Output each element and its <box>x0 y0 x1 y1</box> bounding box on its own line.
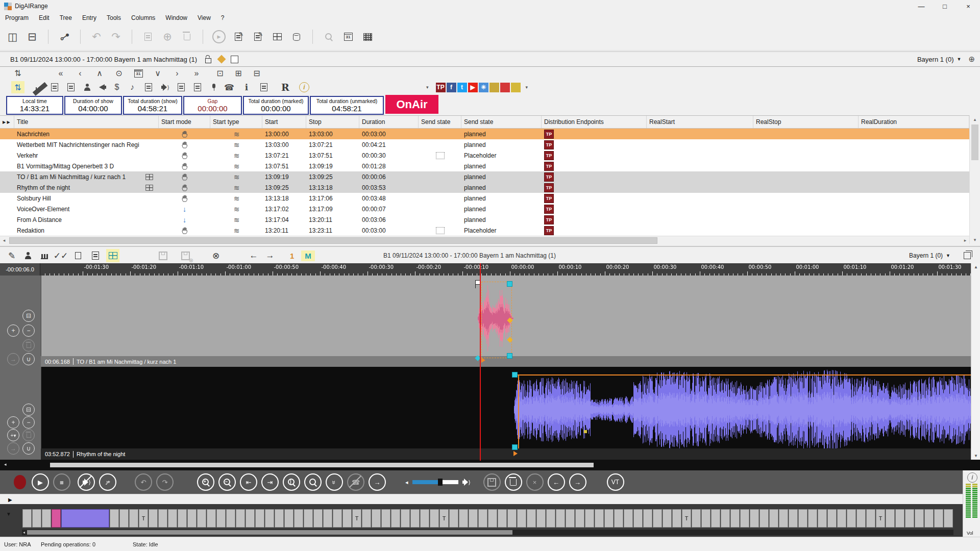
hour-block[interactable] <box>488 509 497 528</box>
hour-block[interactable] <box>944 509 953 528</box>
hour-block[interactable] <box>546 509 555 528</box>
col-header-send-state[interactable]: Send state <box>419 116 461 128</box>
hour-block[interactable] <box>856 509 866 528</box>
hour-block-active[interactable] <box>52 509 61 528</box>
col-header-realstop[interactable]: RealStop <box>753 116 859 128</box>
track2-display-icon[interactable]: ⊟ <box>22 404 35 416</box>
playlist-row[interactable]: B1 Vormittag/Mittag Openerbett 3 D≋13:07… <box>0 161 969 171</box>
add-circle-icon[interactable]: ⊕ <box>968 55 975 64</box>
hour-block[interactable] <box>449 509 458 528</box>
paste-icon[interactable] <box>89 249 102 262</box>
hour-block[interactable] <box>478 509 487 528</box>
hour-block[interactable] <box>672 509 681 528</box>
go-end-icon[interactable]: ⇥ <box>261 473 279 491</box>
hour-block[interactable] <box>197 509 206 528</box>
hour-block[interactable] <box>915 509 924 528</box>
playlist-row[interactable]: VoiceOver-Element↓≋13:17:0213:17:0900:00… <box>0 204 969 214</box>
facebook-badge[interactable]: f <box>447 83 456 92</box>
hour-block[interactable] <box>798 509 807 528</box>
scroll-down-icon[interactable]: ▾ <box>971 236 979 244</box>
expander-icon[interactable]: ▶ <box>8 497 12 503</box>
hour-block[interactable] <box>692 509 701 528</box>
edit-pencil-icon[interactable]: ✎ <box>5 249 18 262</box>
phone-icon[interactable]: ☎ <box>223 81 236 93</box>
track2-zoom-in-icon[interactable]: + <box>7 416 19 429</box>
volume-thumb[interactable] <box>438 479 443 486</box>
menu-window[interactable]: Window <box>160 13 192 23</box>
microphone-icon[interactable] <box>207 81 220 93</box>
calendar-day-icon[interactable]: 31 <box>132 67 145 80</box>
recorder-icon[interactable] <box>175 81 188 93</box>
scroll-left-icon[interactable]: ◂ <box>0 236 8 244</box>
hour-block-top[interactable]: T <box>352 509 361 528</box>
artist-icon[interactable] <box>21 249 35 262</box>
skip-first-icon[interactable]: « <box>54 67 67 80</box>
skip-last-icon[interactable]: » <box>190 67 203 80</box>
track1-zoom-out-icon[interactable]: − <box>22 324 35 337</box>
hour-block[interactable] <box>342 509 352 528</box>
chevron-double-down-icon[interactable]: » <box>326 473 343 491</box>
channel-dropdown-icon[interactable]: ▼ <box>957 57 962 62</box>
zoom-selection-icon[interactable]: | <box>283 473 300 491</box>
filter-off-icon[interactable] <box>30 81 43 93</box>
speaker-loud-icon[interactable]: ⟩ <box>462 479 470 486</box>
hour-block[interactable] <box>740 509 749 528</box>
meter-info-icon[interactable]: i <box>967 472 977 483</box>
hour-block[interactable] <box>216 509 226 528</box>
hour-block[interactable] <box>769 509 778 528</box>
hour-block[interactable] <box>381 509 390 528</box>
hour-block[interactable] <box>595 509 604 528</box>
split-vertical-icon[interactable]: ◫ <box>5 29 20 44</box>
globe-icon[interactable]: ⊕ <box>160 29 175 44</box>
hour-block[interactable] <box>498 509 507 528</box>
col-header-start-mode[interactable]: Start mode <box>159 116 210 128</box>
hour-block[interactable] <box>750 509 759 528</box>
hour-block[interactable] <box>401 509 410 528</box>
search-icon[interactable] <box>321 29 336 44</box>
hour-block[interactable] <box>275 509 284 528</box>
delete-remote-icon[interactable] <box>505 473 522 491</box>
col-header--[interactable]: ▶ ▶ <box>0 116 14 128</box>
menu-columns[interactable]: Columns <box>126 13 160 23</box>
add-note-icon[interactable]: ♪+ <box>99 473 116 491</box>
hour-block[interactable] <box>711 509 720 528</box>
track1-loop-icon[interactable]: ∪ <box>22 353 35 365</box>
hour-block[interactable] <box>149 509 158 528</box>
track1-display-icon[interactable]: ⊟ <box>22 310 35 322</box>
redo-icon[interactable]: ↷ <box>156 473 174 491</box>
playlist-row[interactable]: Solsbury Hill≋13:13:1813:17:0600:03:48pl… <box>0 193 969 204</box>
hour-block[interactable] <box>624 509 633 528</box>
music-note-icon[interactable]: ♪ <box>126 81 139 93</box>
editor-scroll-left-icon[interactable]: ◂ <box>4 462 7 467</box>
playlist-row[interactable]: Rhythm of the night≋13:09:2513:13:1800:0… <box>0 182 969 193</box>
track1-zoom-in-icon[interactable]: + <box>7 324 19 337</box>
undo-icon[interactable]: ↶ <box>89 29 104 44</box>
hour-block[interactable] <box>284 509 293 528</box>
queue-insert-icon[interactable]: ⊞ <box>232 67 245 80</box>
hour-block[interactable] <box>236 509 245 528</box>
editor-hscroll-thumb[interactable] <box>50 463 594 467</box>
save-discard-icon[interactable]: ⊗ <box>179 249 192 262</box>
record-letter-icon[interactable]: R <box>279 81 292 93</box>
track2-fade-handle-top[interactable] <box>512 372 518 378</box>
hour-block[interactable] <box>333 509 342 528</box>
split-horizontal-icon[interactable]: ⊟ <box>24 29 40 44</box>
hour-block[interactable] <box>313 509 323 528</box>
col-header-duration[interactable]: Duration <box>359 116 419 128</box>
key-icon[interactable]: ⊶ <box>57 29 72 44</box>
track2-zoom-out-icon[interactable]: − <box>22 416 35 429</box>
hour-block[interactable] <box>469 509 478 528</box>
sort-updown-icon[interactable]: ⇅ <box>11 67 24 80</box>
badge-dropdown-icon[interactable]: ▾ <box>426 85 429 90</box>
menu-edit[interactable]: Edit <box>34 13 55 23</box>
playlist-vscroll-thumb[interactable] <box>971 124 978 160</box>
zoom-out-icon[interactable]: − <box>218 473 236 491</box>
hour-block[interactable] <box>119 509 129 528</box>
undo-icon[interactable]: ↶ <box>135 473 152 491</box>
trash-icon[interactable] <box>179 29 194 44</box>
col-header-realduration[interactable]: RealDuration <box>859 116 969 128</box>
track1-delete-icon[interactable] <box>22 339 35 352</box>
crest-red-badge[interactable] <box>500 83 510 92</box>
hour-block[interactable] <box>721 509 730 528</box>
editor-channel-label[interactable]: Bayern 1 (0) <box>909 252 943 259</box>
